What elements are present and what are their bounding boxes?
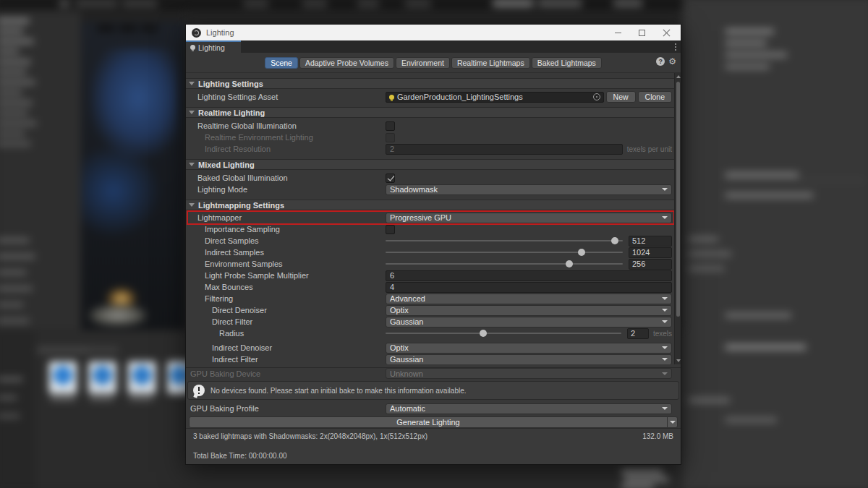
- tab-environment[interactable]: Environment: [396, 57, 450, 69]
- project-left-column: [0, 330, 35, 488]
- tab-baked-lightmaps[interactable]: Baked Lightmaps: [532, 57, 602, 69]
- gear-icon[interactable]: ⚙: [668, 57, 676, 66]
- field-label: Light Probe Sample Multiplier: [205, 271, 386, 280]
- environment-samples-slider[interactable]: [386, 263, 623, 265]
- importance-sampling-checkbox[interactable]: [386, 225, 395, 234]
- hierarchy-text: [0, 142, 30, 145]
- lighting-settings-asset-field[interactable]: GardenProduction_LightingSettings: [386, 92, 604, 103]
- inspector-divider: [726, 180, 864, 181]
- inspector-text: [726, 29, 774, 33]
- scroll-up-icon[interactable]: [676, 75, 681, 78]
- hierarchy-text: [0, 111, 27, 115]
- top-tab: [357, 0, 379, 7]
- hierarchy-text: [0, 121, 36, 125]
- realtime-gi-checkbox[interactable]: [386, 121, 395, 131]
- row-gpu-baking-device: GPU Baking Device Unknown: [186, 367, 681, 379]
- realtime-environment-checkbox: [386, 133, 395, 142]
- field-label: Lighting Mode: [197, 185, 386, 194]
- radius-value-field[interactable]: 2: [627, 328, 649, 339]
- scene-blue-blob: [90, 48, 177, 158]
- dropdown-value: Progressive GPU: [390, 213, 451, 222]
- indirect-denoiser-dropdown[interactable]: Optix: [386, 343, 672, 354]
- tab-lighting[interactable]: Lighting: [186, 40, 241, 53]
- tab-realtime-lightmaps[interactable]: Realtime Lightmaps: [451, 57, 530, 69]
- dropdown-value: Automatic: [390, 404, 425, 413]
- top-tab: [244, 0, 268, 7]
- vertical-scrollbar[interactable]: [674, 73, 681, 364]
- lighting-asset-icon: [389, 95, 394, 100]
- scene-toolbar-button: [141, 25, 157, 31]
- dropdown-value: Shadowmask: [390, 185, 438, 194]
- direct-samples-value-field[interactable]: 512: [629, 236, 672, 247]
- row-realtime-environment-lighting: Realtime Environment Lighting: [186, 132, 681, 143]
- hierarchy-text: [0, 239, 29, 242]
- radius-slider[interactable]: [386, 333, 621, 334]
- row-direct-samples: Direct Samples 512: [186, 235, 681, 247]
- field-label: Lighting Settings Asset: [197, 93, 386, 101]
- asset-file-label: [90, 397, 113, 401]
- help-icon[interactable]: ?: [656, 57, 665, 66]
- lightbulb-icon: [190, 45, 195, 50]
- object-picker-icon[interactable]: [593, 93, 600, 100]
- generate-lighting-dropdown[interactable]: [668, 416, 678, 428]
- window-titlebar[interactable]: Lighting: [186, 25, 681, 40]
- chevron-down-icon: [662, 358, 668, 361]
- max-bounces-field[interactable]: 4: [386, 282, 672, 293]
- foldout-arrow-icon[interactable]: [189, 163, 195, 166]
- close-icon[interactable]: [663, 29, 671, 37]
- more-menu-icon[interactable]: [671, 40, 681, 53]
- lightmapper-dropdown[interactable]: Progressive GPU: [386, 213, 672, 223]
- field-label: Indirect Resolution: [205, 145, 386, 153]
- background-text: [624, 477, 668, 481]
- row-direct-filter: Direct Filter Gaussian: [186, 316, 681, 328]
- foldout-arrow-icon[interactable]: [189, 111, 195, 114]
- baked-gi-checkbox[interactable]: [386, 174, 395, 183]
- lighting-mode-dropdown[interactable]: Shadowmask: [386, 184, 672, 195]
- tab-scene[interactable]: Scene: [265, 57, 298, 69]
- foldout-arrow-icon[interactable]: [189, 82, 195, 85]
- new-button[interactable]: New: [606, 91, 636, 103]
- indirect-samples-value-field[interactable]: 1024: [629, 247, 672, 258]
- indirect-filter-dropdown[interactable]: Gaussian: [386, 354, 672, 365]
- dropdown-value: Optix: [390, 343, 409, 352]
- field-label: Indirect Denoiser: [212, 343, 386, 352]
- maximize-icon[interactable]: [639, 30, 645, 36]
- section-lightmapping-settings[interactable]: Lightmapping Settings: [186, 200, 681, 210]
- asset-file-badge: [93, 366, 111, 385]
- field-label: Realtime Global Illumination: [197, 121, 386, 130]
- hierarchy-text: [0, 50, 19, 53]
- gpu-baking-profile-dropdown[interactable]: Automatic: [386, 403, 672, 414]
- clone-button[interactable]: Clone: [638, 91, 672, 103]
- scrollbar-thumb[interactable]: [676, 82, 680, 317]
- filtering-dropdown[interactable]: Advanced: [386, 294, 672, 304]
- slider-knob[interactable]: [578, 249, 585, 256]
- row-indirect-denoiser: Indirect Denoiser Optix: [186, 342, 681, 354]
- section-realtime-lighting[interactable]: Realtime Lighting: [186, 107, 681, 118]
- project-left-text: [0, 377, 22, 381]
- foldout-arrow-icon[interactable]: [189, 203, 195, 207]
- inspector-text: [726, 418, 777, 422]
- chevron-down-icon: [662, 297, 668, 300]
- tab-adaptive-probe-volumes[interactable]: Adaptive Probe Volumes: [299, 57, 394, 69]
- environment-samples-value-field[interactable]: 256: [629, 259, 672, 270]
- slider-knob[interactable]: [611, 237, 618, 244]
- scene-toolbar: [81, 10, 185, 22]
- slider-knob[interactable]: [566, 260, 573, 267]
- row-max-bounces: Max Bounces 4: [186, 281, 681, 293]
- row-filtering: Filtering Advanced: [186, 293, 681, 304]
- direct-samples-slider[interactable]: [386, 240, 623, 241]
- direct-filter-dropdown[interactable]: Gaussian: [386, 317, 672, 328]
- scene-blue-blob: [81, 143, 161, 239]
- inspector-text: [689, 398, 730, 403]
- chevron-down-icon: [662, 309, 668, 312]
- light-probe-multiplier-field[interactable]: 6: [386, 270, 672, 281]
- minimize-icon[interactable]: [615, 33, 621, 33]
- section-mixed-lighting[interactable]: Mixed Lighting: [186, 159, 681, 170]
- slider-knob[interactable]: [480, 330, 487, 337]
- direct-denoiser-dropdown[interactable]: Optix: [386, 305, 672, 316]
- scroll-down-icon[interactable]: [676, 359, 681, 362]
- indirect-samples-slider[interactable]: [386, 252, 623, 253]
- section-lighting-settings[interactable]: Lighting Settings: [186, 78, 681, 89]
- inspector-text: [726, 64, 770, 69]
- generate-lighting-button[interactable]: Generate Lighting: [189, 416, 668, 428]
